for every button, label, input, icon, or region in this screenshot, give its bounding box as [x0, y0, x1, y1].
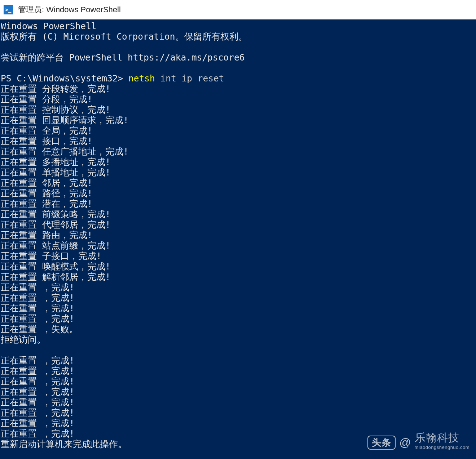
terminal-body[interactable]: Windows PowerShell 版权所有 (C) Microsoft Co… [0, 19, 476, 459]
command-rest: int ip reset [155, 73, 224, 84]
window-title: 管理员: Windows PowerShell [18, 4, 121, 15]
watermark-at: @ [399, 437, 411, 448]
command-highlight: netsh [128, 73, 155, 84]
powershell-window: >_ 管理员: Windows PowerShell Windows Power… [0, 0, 476, 459]
terminal-output: 正在重置 分段转发，完成! 正在重置 分段，完成! 正在重置 控制协议，完成! … [1, 84, 129, 449]
terminal-header: Windows PowerShell 版权所有 (C) Microsoft Co… [1, 21, 247, 63]
watermark-sub: miaodongshenghuo.com [415, 442, 470, 453]
prompt-prefix: PS C:\Windows\system32> [1, 73, 128, 84]
titlebar[interactable]: >_ 管理员: Windows PowerShell [0, 0, 476, 19]
watermark: 头条 @ 乐翰科技 miaodongshenghuo.com [367, 432, 470, 453]
watermark-badge: 头条 [367, 436, 396, 450]
powershell-icon: >_ [4, 5, 13, 14]
watermark-name: 乐翰科技 [415, 432, 459, 443]
prompt-line-1: PS C:\Windows\system32> netsh int ip res… [1, 73, 224, 84]
